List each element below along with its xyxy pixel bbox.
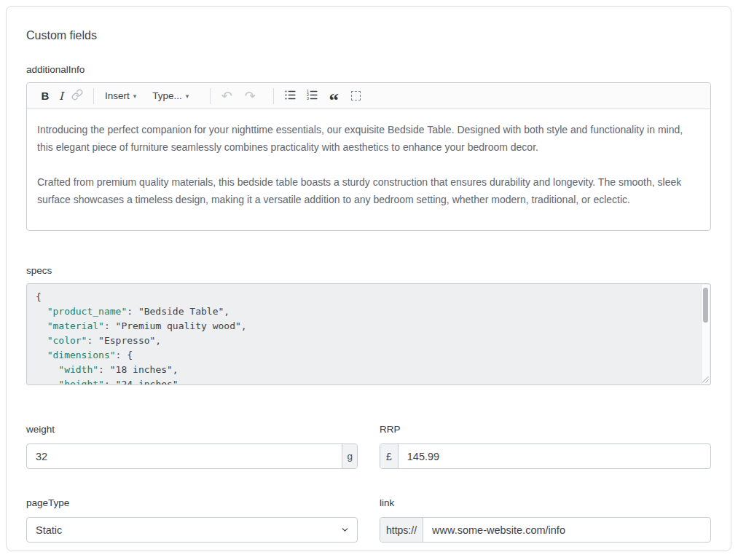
italic-button[interactable]: I — [53, 87, 69, 106]
link-protocol-addon: https:// — [380, 518, 423, 542]
specs-scrollbar[interactable] — [701, 285, 710, 384]
rrp-field-group: RRP £ — [380, 423, 711, 469]
specs-label: specs — [26, 264, 711, 277]
chevron-down-icon: ▾ — [186, 92, 189, 100]
row-pagetype-link: pageType Static link https:// — [26, 497, 711, 543]
pagetype-select[interactable]: Static — [26, 517, 358, 543]
blockquote-button[interactable]: “ — [326, 87, 342, 106]
specs-scrollbar-thumb[interactable] — [703, 288, 708, 323]
additional-info-label: additionalInfo — [26, 63, 711, 76]
editor-paragraph: Introducing the perfect companion for yo… — [37, 121, 700, 156]
weight-field-group: weight g — [26, 423, 358, 469]
link-icon — [71, 89, 83, 103]
link-input[interactable] — [423, 518, 710, 542]
bullet-list-icon — [284, 89, 297, 103]
editor-paragraph: Crafted from premium quality materials, … — [37, 173, 700, 208]
undo-button[interactable]: ↶ — [219, 87, 235, 106]
toolbar-divider — [210, 88, 211, 104]
bold-button[interactable]: B — [37, 87, 53, 106]
rrp-label: RRP — [380, 423, 711, 436]
dashed-box-icon — [351, 91, 361, 100]
rrp-input[interactable] — [399, 444, 710, 468]
redo-icon: ↷ — [245, 90, 256, 103]
toolbar-divider — [273, 88, 274, 104]
pagetype-label: pageType — [26, 497, 358, 510]
pagetype-select-wrap: Static — [26, 517, 358, 543]
svg-text:3: 3 — [307, 96, 309, 100]
redo-button[interactable]: ↷ — [242, 87, 258, 106]
specs-code-editor[interactable]: { "product_name": "Bedside Table", "mate… — [26, 283, 711, 385]
card-title: Custom fields — [26, 28, 711, 43]
specs-code-content: { "product_name": "Bedside Table", "mate… — [27, 284, 710, 385]
rrp-input-group: £ — [380, 443, 711, 469]
resize-grip-icon[interactable] — [702, 376, 709, 383]
type-dropdown-label: Type... — [152, 90, 182, 101]
rrp-currency-addon: £ — [380, 444, 399, 468]
type-dropdown[interactable]: Type... ▾ — [149, 90, 192, 101]
rte-content[interactable]: Introducing the perfect companion for yo… — [27, 109, 710, 230]
chevron-down-icon: ▾ — [133, 92, 137, 100]
weight-input[interactable] — [27, 444, 342, 468]
weight-unit-addon: g — [342, 444, 357, 468]
rte-toolbar: B I Insert ▾ Type... ▾ ↶ ↷ — [27, 83, 710, 109]
container-block-button[interactable] — [348, 87, 364, 106]
weight-label: weight — [26, 423, 358, 436]
ordered-list-button[interactable]: 1 2 3 — [304, 87, 320, 106]
weight-input-group: g — [26, 443, 358, 469]
undo-icon: ↶ — [221, 90, 232, 103]
row-weight-rrp: weight g RRP £ — [26, 423, 711, 469]
link-field-group: link https:// — [380, 497, 711, 543]
link-label: link — [380, 497, 711, 510]
bullet-list-button[interactable] — [282, 87, 298, 106]
blockquote-icon: “ — [329, 97, 339, 104]
rich-text-editor: B I Insert ▾ Type... ▾ ↶ ↷ — [26, 82, 711, 231]
insert-dropdown[interactable]: Insert ▾ — [102, 90, 139, 101]
link-button[interactable] — [69, 87, 85, 106]
ordered-list-icon: 1 2 3 — [306, 89, 318, 103]
link-input-group: https:// — [380, 517, 711, 543]
insert-dropdown-label: Insert — [105, 90, 130, 101]
toolbar-divider — [93, 88, 94, 104]
custom-fields-card: Custom fields additionalInfo B I Insert … — [6, 6, 731, 551]
pagetype-field-group: pageType Static — [26, 497, 358, 543]
